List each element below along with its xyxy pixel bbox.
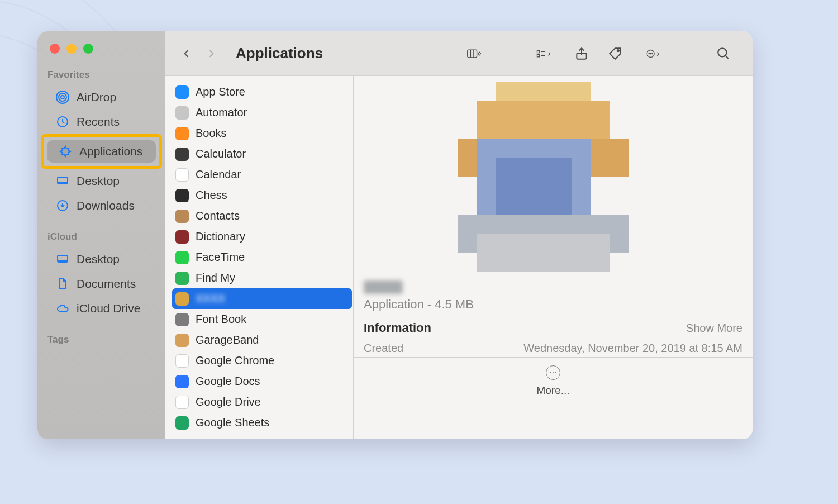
list-item-label: Automator xyxy=(196,106,247,119)
window-controls xyxy=(37,39,165,66)
app-icon xyxy=(175,230,189,244)
back-button[interactable] xyxy=(174,41,199,66)
list-item[interactable]: Calculator xyxy=(172,144,352,164)
list-item-label: FaceTime xyxy=(196,251,245,264)
list-item[interactable]: Contacts xyxy=(172,206,352,226)
list-item[interactable]: Google Sheets xyxy=(172,412,352,433)
app-icon xyxy=(175,210,189,223)
app-icon xyxy=(175,106,189,120)
highlight-annotation: Applications xyxy=(41,134,162,169)
list-item[interactable]: Chess xyxy=(172,185,352,206)
sidebar-section-icloud: iCloud xyxy=(37,228,165,247)
applications-icon xyxy=(58,144,73,159)
search-button[interactable] xyxy=(710,42,737,65)
sidebar-item-label: Desktop xyxy=(77,174,120,188)
app-icon xyxy=(175,416,189,430)
svg-rect-30 xyxy=(496,158,572,215)
sidebar-item-airdrop[interactable]: AirDrop xyxy=(44,86,159,108)
list-item[interactable]: Google Chrome xyxy=(172,350,352,371)
svg-point-24 xyxy=(718,48,726,56)
airdrop-icon xyxy=(55,90,70,104)
app-list-column[interactable]: App StoreAutomatorBooksCalculatorCalenda… xyxy=(165,76,354,439)
minimize-button[interactable] xyxy=(66,44,77,54)
sidebar: Favorites AirDrop Recents Applications xyxy=(37,31,165,439)
svg-rect-16 xyxy=(537,50,539,53)
main-panel: Applications xyxy=(165,31,753,439)
sidebar-item-icloud-desktop[interactable]: Desktop xyxy=(44,248,159,270)
view-columns-button[interactable] xyxy=(456,42,492,65)
app-icon xyxy=(175,375,189,388)
app-icon xyxy=(175,251,189,264)
sidebar-item-recents[interactable]: Recents xyxy=(44,111,159,133)
app-icon xyxy=(175,272,189,285)
list-item[interactable]: Automator xyxy=(172,102,352,123)
preview-pane: Application - 4.5 MB Information Show Mo… xyxy=(354,76,753,439)
app-icon xyxy=(175,334,189,347)
forward-button[interactable] xyxy=(199,41,223,66)
more-icon: ⋯ xyxy=(546,365,560,380)
list-item-label: Find My xyxy=(196,272,235,284)
list-item-label: Dictionary xyxy=(196,230,245,243)
information-header: Information xyxy=(364,321,431,335)
svg-rect-17 xyxy=(537,54,539,56)
svg-rect-32 xyxy=(477,234,610,272)
list-item-label: Calendar xyxy=(196,168,241,181)
sidebar-item-label: Desktop xyxy=(77,253,120,266)
sidebar-item-label: Applications xyxy=(79,145,142,158)
tag-button[interactable] xyxy=(602,42,628,65)
svg-rect-14 xyxy=(58,255,68,262)
window-title: Applications xyxy=(236,45,323,62)
finder-window: Favorites AirDrop Recents Applications xyxy=(37,31,753,439)
preview-image xyxy=(354,76,753,277)
zoom-button[interactable] xyxy=(83,44,93,54)
list-item[interactable]: Dictionary xyxy=(172,226,352,247)
list-item[interactable]: Calendar xyxy=(172,164,352,185)
list-item[interactable]: Google Docs xyxy=(172,371,352,392)
svg-point-22 xyxy=(650,53,651,54)
created-label: Created xyxy=(364,342,403,355)
clock-icon xyxy=(55,115,70,129)
sidebar-item-documents[interactable]: Documents xyxy=(44,273,159,295)
content-area: App StoreAutomatorBooksCalculatorCalenda… xyxy=(165,76,753,439)
show-more-button[interactable]: Show More xyxy=(686,322,742,335)
list-item-label: Google Sheets xyxy=(196,416,269,429)
app-icon xyxy=(175,127,189,140)
more-panel[interactable]: ⋯ More... xyxy=(354,357,753,406)
sidebar-item-applications[interactable]: Applications xyxy=(47,140,156,163)
svg-point-19 xyxy=(617,49,619,51)
close-button[interactable] xyxy=(50,44,60,54)
more-label: More... xyxy=(536,384,569,397)
group-button[interactable] xyxy=(526,42,561,65)
list-item-label: App Store xyxy=(196,85,245,98)
app-icon xyxy=(175,354,189,368)
created-value: Wednesday, November 20, 2019 at 8:15 AM xyxy=(523,342,742,355)
list-item[interactable]: XXXX xyxy=(172,288,352,309)
sidebar-section-favorites: Favorites xyxy=(37,66,165,85)
share-button[interactable] xyxy=(568,42,595,65)
sidebar-item-icloud-drive[interactable]: iCloud Drive xyxy=(44,297,159,320)
sidebar-item-desktop[interactable]: Desktop xyxy=(44,170,159,192)
list-item-label: Chess xyxy=(196,189,227,202)
preview-app-name xyxy=(364,280,403,294)
app-icon xyxy=(175,148,189,161)
sidebar-item-label: Documents xyxy=(77,277,136,291)
list-item[interactable]: Books xyxy=(172,123,352,144)
app-icon xyxy=(175,189,189,202)
list-item[interactable]: FaceTime xyxy=(172,247,352,268)
list-item[interactable]: Font Book xyxy=(172,309,352,330)
list-item[interactable]: GarageBand xyxy=(172,330,352,350)
list-item[interactable]: Find My xyxy=(172,268,352,288)
list-item[interactable]: Google Drive xyxy=(172,392,352,412)
list-item-label: Calculator xyxy=(196,148,246,160)
download-icon xyxy=(55,198,70,213)
svg-point-21 xyxy=(649,53,649,54)
sidebar-item-downloads[interactable]: Downloads xyxy=(44,194,159,217)
svg-point-23 xyxy=(652,53,653,54)
desktop-icon xyxy=(55,174,70,188)
svg-rect-27 xyxy=(477,101,610,139)
action-menu-button[interactable] xyxy=(635,42,671,65)
cloud-icon xyxy=(55,301,70,316)
list-item-label: Google Chrome xyxy=(196,354,274,367)
list-item-label: Google Docs xyxy=(196,375,260,388)
list-item[interactable]: App Store xyxy=(172,82,352,102)
